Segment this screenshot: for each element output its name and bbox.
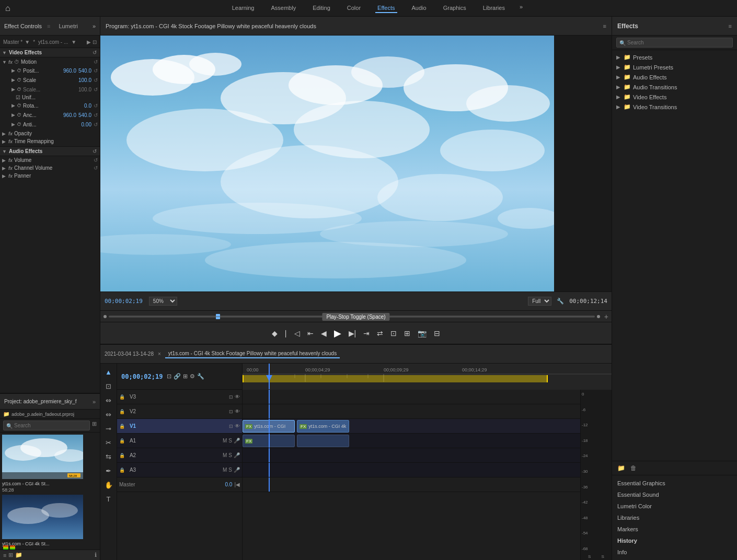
v3-sync-btn[interactable]: ⊡ (229, 394, 233, 400)
a3-mute-btn[interactable]: M (223, 467, 227, 473)
menu-item-color[interactable]: Color (345, 4, 363, 13)
effects-search-input[interactable] (616, 38, 733, 48)
position-x-value[interactable]: 960.0 (63, 68, 76, 74)
v3-lock-btn[interactable]: 🔒 (119, 394, 125, 400)
antiflicker-expand[interactable]: ▶ (11, 122, 16, 127)
wrench-icon[interactable]: 🔧 (557, 298, 564, 305)
a2-mic-btn[interactable]: 🎤 (234, 452, 240, 458)
project-expand-btn[interactable]: » (93, 399, 96, 405)
scale-width-reset[interactable]: ↺ (94, 87, 98, 92)
rotation-reset[interactable]: ↺ (94, 103, 98, 109)
a1-clip-2[interactable] (297, 435, 349, 447)
video-effects-reset[interactable]: ↺ (93, 50, 97, 55)
step-forward-btn[interactable]: ▶| (347, 328, 358, 339)
hand-tool-btn[interactable]: ✋ (103, 480, 114, 491)
step-back-btn[interactable]: ◀ (319, 328, 328, 339)
wrench-timeline-btn[interactable]: 🔧 (197, 373, 204, 380)
menu-item-graphics[interactable]: Graphics (441, 4, 468, 13)
master-arrow[interactable]: ▼ (25, 39, 30, 45)
channel-volume-row[interactable]: ▶ fx Channel Volume ↺ (0, 164, 100, 172)
quality-select[interactable]: Full 1/2 1/4 (528, 297, 551, 306)
tree-item-audio-transitions[interactable]: ▶ 📁 Audio Transitions (612, 82, 737, 92)
project-grid-view-btn[interactable]: ⊞ (8, 552, 13, 558)
audio-effects-reset[interactable]: ↺ (93, 148, 97, 154)
project-thumb-1[interactable]: 58;28 (2, 435, 83, 479)
export-frame-btn[interactable]: 📷 (416, 328, 428, 339)
v1-sync-btn[interactable]: ⊡ (229, 424, 233, 429)
anchor-expand[interactable]: ▶ (11, 112, 16, 118)
sidebar-link-essential-sound[interactable]: Essential Sound (612, 489, 737, 500)
effects-new-folder-btn[interactable]: 📁 (616, 463, 626, 473)
v1-lock-btn[interactable]: 🔒 (119, 424, 125, 429)
a2-mute-btn[interactable]: M (223, 452, 227, 458)
scale-value[interactable]: 100.0 (78, 77, 91, 83)
tree-item-presets[interactable]: ▶ 📁 Presets (612, 52, 737, 62)
v1-vis-btn[interactable]: 👁 (235, 423, 240, 429)
a1-lock-btn[interactable]: 🔒 (119, 438, 125, 444)
more-workspaces-icon[interactable]: » (520, 4, 523, 13)
tree-item-video-effects[interactable]: ▶ 📁 Video Effects (612, 92, 737, 102)
a3-solo-btn[interactable]: S (228, 467, 232, 473)
motion-effect-row[interactable]: ▼ fx ⏱ Motion ↺ (0, 58, 100, 66)
timeline-active-tab[interactable]: yt1s.com - CGI 4k Stock Footage Pillowy … (165, 349, 340, 358)
uniform-checkbox[interactable]: ☑ (16, 95, 20, 100)
video-effects-collapse[interactable]: ▼ (2, 50, 7, 55)
menu-item-effects[interactable]: Effects (375, 4, 397, 13)
project-list-view-btn[interactable]: ≡ (3, 552, 6, 558)
safe-margins-btn[interactable]: ⊡ (389, 328, 398, 339)
scale-reset[interactable]: ↺ (94, 77, 98, 83)
sidebar-link-lumetri-color[interactable]: Lumetri Color (612, 500, 737, 512)
project-search-input[interactable] (3, 421, 90, 430)
home-icon[interactable]: ⌂ (5, 4, 10, 13)
project-folder-btn[interactable]: 📁 (15, 552, 22, 558)
menu-item-editing[interactable]: Editing (310, 4, 332, 13)
linked-btn[interactable]: 🔗 (174, 373, 181, 380)
marker-btn[interactable]: ◆ (270, 328, 279, 339)
anchor-x-value[interactable]: 960.0 (63, 112, 76, 118)
rate-stretch-tool-btn[interactable]: ⊸ (104, 423, 113, 434)
a1-solo-btn[interactable]: S (228, 438, 232, 444)
v1-clip-2[interactable]: FX yt1s.com - CGI 4k St (297, 420, 349, 433)
project-item-1[interactable]: 58;28 yt1s.com - CGI 4k St... 58;28 (2, 435, 98, 493)
volume-expand-arrow[interactable]: ▶ (2, 158, 7, 163)
motion-reset-btn[interactable]: ↺ (94, 59, 98, 65)
v3-vis-btn[interactable]: 👁 (235, 394, 240, 400)
a3-lock-btn[interactable]: 🔒 (119, 468, 125, 473)
in-point-btn[interactable]: ⇤ (306, 328, 315, 339)
monitor-menu-icon[interactable]: ≡ (603, 23, 606, 29)
scale-width-expand[interactable]: ▶ (11, 87, 16, 92)
clip-arrow[interactable]: ▼ (71, 39, 76, 45)
channel-volume-reset[interactable]: ↺ (94, 165, 98, 171)
scale-expand[interactable]: ▶ (11, 77, 16, 83)
effects-panel-menu-icon[interactable]: ≡ (729, 23, 732, 29)
v2-vis-btn[interactable]: 👁 (235, 409, 240, 414)
ripple-edit-tool-btn[interactable]: ⇔ (104, 395, 113, 406)
add-track-btn[interactable]: + (604, 312, 608, 321)
play-stop-btn[interactable]: ▶ (332, 326, 343, 341)
a2-lock-btn[interactable]: 🔒 (119, 453, 125, 458)
antiflicker-value[interactable]: 0.00 (82, 122, 91, 127)
opacity-effect-row[interactable]: ▶ fx Opacity (0, 130, 100, 137)
tree-item-audio-effects[interactable]: ▶ 📁 Audio Effects (612, 72, 737, 82)
rotation-value[interactable]: 0.0 (84, 103, 91, 109)
timeline-playhead[interactable] (269, 364, 270, 389)
add-marker-btn[interactable]: | (283, 328, 289, 339)
antiflicker-reset[interactable]: ↺ (94, 122, 98, 127)
track-select-tool-btn[interactable]: ⊡ (104, 381, 113, 392)
effects-delete-btn[interactable]: 🗑 (629, 463, 638, 473)
volume-effect-row[interactable]: ▶ fx Volume ↺ (0, 156, 100, 164)
lumetri-tab[interactable]: Lumetri (55, 22, 81, 30)
add-keyframe-btn[interactable]: ⊞ (183, 373, 188, 380)
a3-mic-btn[interactable]: 🎤 (234, 467, 240, 473)
panner-expand-arrow[interactable]: ▶ (2, 173, 7, 179)
clip-controls[interactable]: ▶ ⊡ (87, 39, 97, 45)
a1-mic-btn[interactable]: 🎤 (234, 438, 240, 444)
timeline-tab-close[interactable]: × (158, 351, 161, 357)
time-remapping-row[interactable]: ▶ fx Time Remapping (0, 137, 100, 145)
output-btn[interactable]: ⊞ (402, 328, 412, 339)
motion-expand-arrow[interactable]: ▼ (2, 60, 7, 65)
text-tool-btn[interactable]: T (105, 494, 112, 505)
razor-tool-btn[interactable]: ✂ (104, 437, 113, 448)
multi-cam-btn[interactable]: ⊟ (432, 328, 442, 339)
volume-reset[interactable]: ↺ (94, 157, 98, 163)
